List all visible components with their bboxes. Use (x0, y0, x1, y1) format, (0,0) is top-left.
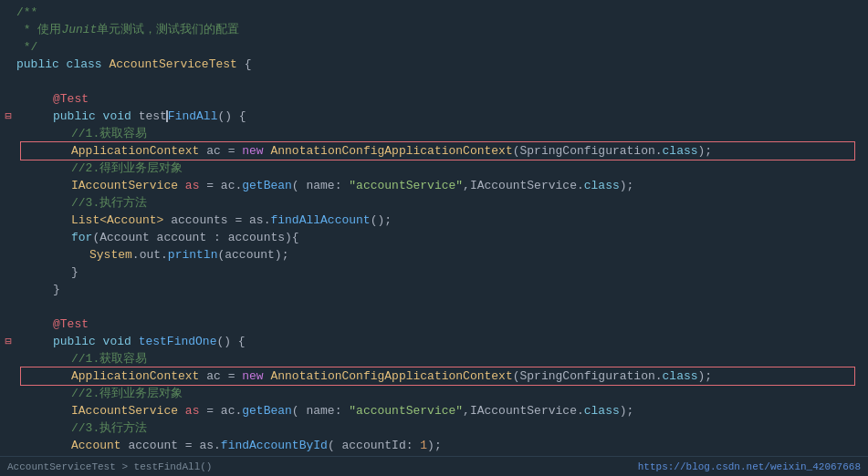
code-line-row: ApplicationContext ac = new AnnotationCo… (0, 142, 868, 160)
token: . (161, 248, 168, 262)
line-gutter (0, 402, 16, 419)
token: "accountService" (349, 404, 463, 418)
line-content: @Test (16, 90, 868, 108)
token: ( accountId: (328, 439, 420, 452)
line-content: public void testFindOne() { (16, 333, 868, 350)
line-gutter (0, 264, 16, 281)
line-gutter (0, 4, 16, 21)
line-content: System.out.println(account); (16, 246, 868, 264)
line-gutter (0, 419, 16, 437)
code-line-row: ⊟public void testFindOne() { (0, 333, 868, 350)
token: } (53, 283, 60, 296)
token: as (185, 179, 200, 192)
token: System (89, 248, 132, 262)
line-content: //2.得到业务层对象 (16, 160, 868, 177)
line-content: //3.执行方法 (16, 419, 868, 437)
token: new (242, 144, 270, 158)
token: = ac. (199, 179, 242, 192)
token: . (132, 248, 140, 262)
line-gutter (0, 367, 16, 385)
code-line-row (0, 298, 868, 316)
line-gutter (0, 21, 16, 38)
token: ); (427, 439, 442, 452)
status-bar: AccountServiceTest > testFindAll() https… (0, 456, 868, 476)
line-gutter (0, 298, 16, 316)
token: { (237, 57, 252, 71)
code-line-row: /** (0, 4, 868, 21)
line-content: IAccountService as = ac.getBean( name: "… (16, 177, 868, 194)
line-content (16, 298, 868, 316)
status-url: https://blog.csdn.net/weixin_42067668 (638, 461, 861, 472)
token: //1.获取容易 (71, 127, 147, 140)
code-editor: /** * 使用Junit单元测试，测试我们的配置 */public class… (0, 0, 868, 456)
token: ); (698, 369, 713, 383)
token: class (663, 369, 698, 383)
code-line-row: System.out.println(account); (0, 246, 868, 264)
line-gutter (0, 160, 16, 177)
token: Junit (61, 23, 97, 36)
code-line-row: * 使用Junit单元测试，测试我们的配置 (0, 21, 868, 38)
token: @Test (53, 317, 89, 331)
line-gutter (0, 212, 16, 229)
token: ApplicationContext (71, 144, 206, 158)
token: List<Account> (71, 213, 171, 227)
line-content: //2.得到业务层对象 (16, 385, 868, 402)
token: ( name: (292, 404, 349, 418)
code-line-row: //3.执行方法 (0, 194, 868, 212)
line-content: Account account = as.findAccountById( ac… (16, 437, 868, 454)
token: = ac. (199, 404, 242, 418)
token: getBean (242, 404, 292, 418)
code-line-row: ApplicationContext ac = new AnnotationCo… (0, 367, 868, 385)
token: ac = (206, 369, 242, 383)
token: //3.执行方法 (71, 421, 147, 435)
token: public (16, 57, 67, 71)
token: void (103, 335, 139, 348)
code-line-row: @Test (0, 90, 868, 108)
code-line-row: */ (0, 38, 868, 56)
line-content: /** (16, 4, 868, 21)
token: AnnotationConfigApplicationContext (270, 144, 512, 158)
token: (SpringConfiguration. (513, 369, 663, 383)
code-line-row: //2.得到业务层对象 (0, 160, 868, 177)
token: class (67, 57, 110, 71)
token: class (584, 404, 620, 418)
status-location: AccountServiceTest > testFindAll() (7, 461, 212, 472)
token: } (71, 265, 78, 279)
code-line-row: IAccountService as = ac.getBean( name: "… (0, 177, 868, 194)
token: AccountServiceTest (109, 57, 236, 71)
line-content: //3.执行方法 (16, 194, 868, 212)
token: ,IAccountService. (463, 179, 584, 192)
line-gutter (0, 437, 16, 454)
code-line-row: ⊟public void testFindAll() { (0, 108, 868, 125)
token: ); (698, 144, 713, 158)
token: FindAll (168, 109, 218, 123)
line-gutter (0, 316, 16, 333)
line-gutter (0, 38, 16, 56)
line-gutter (0, 142, 16, 160)
line-gutter (0, 194, 16, 212)
code-line-row: } (0, 264, 868, 281)
token: 单元测试，测试我们的配置 (97, 23, 239, 36)
line-gutter: ⊟ (0, 333, 16, 350)
line-gutter (0, 177, 16, 194)
line-content: } (16, 264, 868, 281)
line-gutter (0, 90, 16, 108)
token: void (103, 109, 139, 123)
token: //3.执行方法 (71, 196, 147, 210)
line-content: } (16, 281, 868, 298)
code-line-row (0, 73, 868, 90)
line-content: List<Account> accounts = as.findAllAccou… (16, 212, 868, 229)
line-gutter (0, 56, 16, 73)
code-line-row: @Test (0, 316, 868, 333)
token: @Test (53, 92, 89, 106)
token: ac = (206, 144, 242, 158)
code-line-row: } (0, 281, 868, 298)
line-content: * 使用Junit单元测试，测试我们的配置 (16, 21, 868, 38)
code-line-row: List<Account> accounts = as.findAllAccou… (0, 212, 868, 229)
token: account = as. (128, 439, 220, 452)
token: for (71, 231, 92, 244)
token: 1 (420, 439, 427, 452)
line-content: //1.获取容易 (16, 125, 868, 142)
token: ( name: (292, 179, 349, 192)
token: class (663, 144, 698, 158)
